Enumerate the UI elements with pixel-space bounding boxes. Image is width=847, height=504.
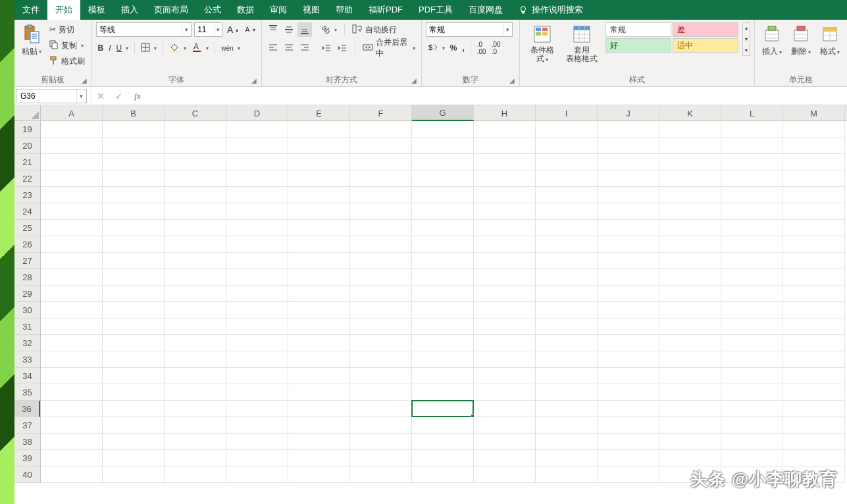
cell-E40[interactable] [288,466,350,483]
cell-C27[interactable] [165,253,226,269]
cell-I23[interactable] [536,187,598,203]
cell-E20[interactable] [288,138,350,154]
cell-D32[interactable] [226,335,288,351]
menu-baidu-disk[interactable]: 百度网盘 [461,0,511,20]
cell-F36[interactable] [350,401,412,417]
cell-M37[interactable] [783,417,845,434]
cell-E35[interactable] [288,384,350,401]
cell-B24[interactable] [103,203,165,220]
cell-K22[interactable] [659,170,721,187]
cell-E30[interactable] [288,302,350,318]
italic-button[interactable]: I [107,41,113,55]
cell-G32[interactable] [412,335,474,351]
cell-J33[interactable] [598,351,659,368]
cell-G22[interactable] [412,170,474,187]
cell-E39[interactable] [288,450,350,466]
cell-I32[interactable] [536,335,598,351]
cell-H38[interactable] [474,434,536,450]
cell-L21[interactable] [721,154,783,170]
cell-F28[interactable] [350,269,412,286]
align-bottom-button[interactable] [297,22,312,37]
cell-K38[interactable] [659,434,721,450]
cancel-formula-button[interactable]: ✕ [91,87,110,105]
accounting-format-button[interactable]: $▾ [426,41,447,55]
menu-review[interactable]: 审阅 [262,0,295,20]
cell-H19[interactable] [474,121,536,138]
cell-M23[interactable] [783,187,845,203]
cell-D21[interactable] [226,154,288,170]
cell-K24[interactable] [659,203,721,220]
bold-button[interactable]: B [96,41,106,55]
comma-style-button[interactable]: , [460,41,466,55]
cell-L29[interactable] [721,286,783,302]
cell-A23[interactable] [41,187,103,203]
cell-C35[interactable] [165,384,226,401]
cell-F38[interactable] [350,434,412,450]
cell-L38[interactable] [721,434,783,450]
cell-H30[interactable] [474,302,536,318]
cell-K32[interactable] [659,335,721,351]
font-name-combo[interactable]: ▾ [96,22,192,37]
cell-K30[interactable] [659,302,721,318]
row-header-19[interactable]: 19 [14,121,40,138]
cell-K34[interactable] [659,368,721,384]
row-header-33[interactable]: 33 [14,351,40,368]
column-header-L[interactable]: L [721,105,783,121]
cell-D20[interactable] [226,138,288,154]
cells-area[interactable] [41,121,847,504]
align-middle-button[interactable] [282,22,296,37]
wrap-text-button[interactable]: 自动换行 [350,22,399,37]
font-color-button[interactable]: A▾ [190,41,211,55]
cell-C34[interactable] [165,368,226,384]
cell-D39[interactable] [226,450,288,466]
cell-G30[interactable] [412,302,474,318]
cell-M36[interactable] [783,401,845,417]
cell-E28[interactable] [288,269,350,286]
cell-L37[interactable] [721,417,783,434]
orientation-button[interactable]: ab▾ [320,22,339,37]
cell-A22[interactable] [41,170,103,187]
cell-G28[interactable] [412,269,474,286]
cell-D40[interactable] [226,466,288,483]
cell-K28[interactable] [659,269,721,286]
increase-indent-button[interactable] [335,41,349,55]
name-box-input[interactable] [16,91,76,101]
row-header-28[interactable]: 28 [14,269,40,286]
cell-F27[interactable] [350,253,412,269]
cell-L30[interactable] [721,302,783,318]
cell-I29[interactable] [536,286,598,302]
row-header-32[interactable]: 32 [14,335,40,351]
cell-B39[interactable] [103,450,165,466]
cell-B38[interactable] [103,434,165,450]
cell-C21[interactable] [165,154,226,170]
cell-H34[interactable] [474,368,536,384]
borders-button[interactable]: ▾ [139,41,159,55]
cell-H24[interactable] [474,203,536,220]
cell-E26[interactable] [288,236,350,253]
cell-D37[interactable] [226,417,288,434]
cell-E27[interactable] [288,253,350,269]
number-launcher[interactable]: ◢ [507,76,517,85]
paste-button[interactable]: 粘贴▾ [18,22,45,59]
cell-K39[interactable] [659,450,721,466]
cell-G21[interactable] [412,154,474,170]
cell-J27[interactable] [598,253,659,269]
cell-H36[interactable] [474,401,536,417]
cell-D25[interactable] [226,220,288,236]
cell-M22[interactable] [783,170,845,187]
cell-K36[interactable] [659,401,721,417]
cell-A30[interactable] [41,302,103,318]
column-header-F[interactable]: F [350,105,412,121]
cell-M35[interactable] [783,384,845,401]
select-all-corner[interactable] [14,105,41,121]
cell-B37[interactable] [103,417,165,434]
cell-A29[interactable] [41,286,103,302]
row-header-29[interactable]: 29 [14,286,40,302]
cell-I20[interactable] [536,138,598,154]
cell-L23[interactable] [721,187,783,203]
cell-L32[interactable] [721,335,783,351]
row-header-20[interactable]: 20 [14,138,40,154]
cell-M26[interactable] [783,236,845,253]
cell-A35[interactable] [41,384,103,401]
font-size-input[interactable] [195,25,215,34]
